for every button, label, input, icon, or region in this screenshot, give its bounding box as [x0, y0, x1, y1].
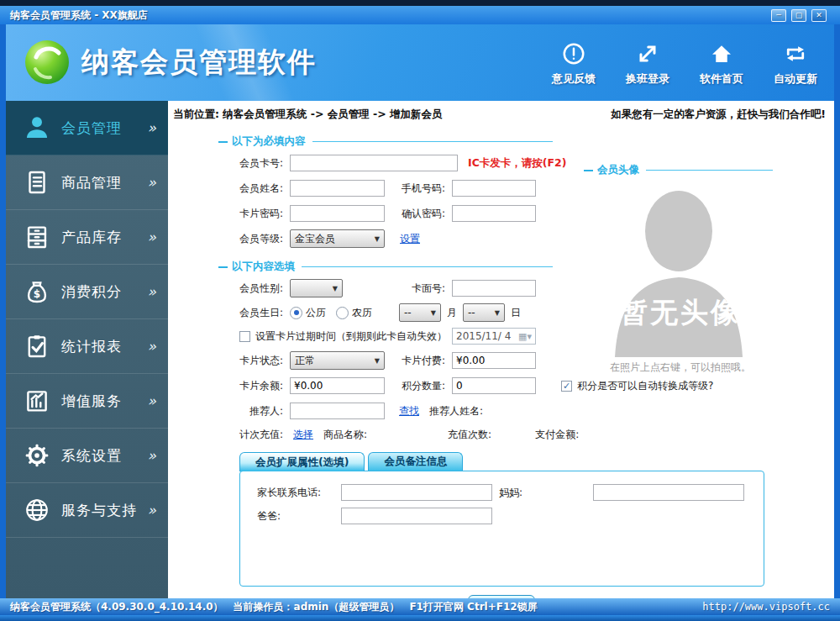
desktop-background-strip	[0, 0, 840, 6]
sidebar-item-label: 消费积分	[61, 282, 148, 302]
balance-input[interactable]	[290, 377, 385, 394]
maximize-button[interactable]: ▢	[791, 9, 806, 22]
feedback-button[interactable]: 意见反馈	[552, 41, 596, 87]
lunar-label: 农历	[352, 306, 372, 320]
sidebar-item-goods-management[interactable]: 商品管理 »	[6, 155, 168, 210]
status-url[interactable]: http://www.vipsoft.cc	[702, 601, 830, 613]
inventory-cabinet-icon	[19, 223, 55, 251]
product-name-label: 商品名称:	[323, 428, 367, 442]
gender-select[interactable]: ▼	[290, 279, 343, 297]
recharge-times-label: 充值次数:	[448, 428, 491, 442]
member-level-label: 会员等级:	[168, 232, 290, 246]
member-name-input[interactable]	[290, 180, 385, 197]
software-home-label: 软件首页	[700, 71, 743, 87]
birthday-label: 会员生日:	[168, 306, 290, 320]
lunar-radio[interactable]	[336, 307, 349, 319]
support-globe-icon	[19, 496, 55, 524]
chevron-right-icon: »	[148, 119, 156, 136]
sync-arrows-icon	[783, 41, 808, 66]
member-name-label: 会员姓名:	[168, 182, 290, 196]
chevron-right-icon: »	[148, 283, 156, 300]
chevron-right-icon: »	[148, 229, 156, 245]
tab-extended-attributes[interactable]: 会员扩展属性(选填)	[239, 452, 365, 471]
father-input[interactable]	[341, 508, 492, 524]
phone-input[interactable]	[452, 180, 536, 197]
solar-radio[interactable]	[290, 307, 302, 319]
chevron-down-icon: ▼	[495, 309, 500, 317]
chevron-down-icon: ▼	[375, 357, 380, 365]
section-dash	[584, 170, 593, 171]
count-recharge-label: 计次充值:	[239, 428, 283, 442]
expire-date-value: 2015/11/ 4	[456, 330, 511, 342]
extended-attributes-panel: 家长联系电话: 妈妈: 爸爸:	[239, 471, 764, 587]
avatar-placeholder[interactable]: 暂无头像	[591, 182, 769, 357]
card-face-input[interactable]	[452, 280, 536, 297]
choose-product-link[interactable]: 选择	[293, 428, 313, 442]
points-auto-checkbox[interactable]	[561, 381, 572, 392]
month-unit-label: 月	[447, 306, 457, 320]
sidebar-item-value-added-services[interactable]: 增值服务 »	[6, 374, 168, 429]
software-home-button[interactable]: 软件首页	[700, 41, 743, 87]
settings-gear-icon	[19, 441, 55, 470]
birth-month-value: --	[404, 307, 412, 318]
father-row: 爸爸:	[257, 505, 764, 527]
avatar-section-title: 会员头像	[597, 163, 639, 177]
card-status-select[interactable]: 正常 ▼	[290, 351, 385, 370]
card-password-input[interactable]	[290, 205, 385, 222]
points-auto-label: 积分是否可以自动转换成等级?	[577, 379, 713, 393]
goods-document-icon	[19, 168, 55, 197]
birth-month-select[interactable]: -- ▼	[399, 303, 441, 322]
card-fee-label: 卡片付费:	[385, 354, 452, 368]
confirm-password-input[interactable]	[452, 205, 536, 222]
chevron-right-icon: »	[148, 502, 156, 518]
day-unit-label: 日	[511, 306, 521, 320]
logo-sphere-icon	[24, 39, 70, 85]
card-status-label: 卡片状态:	[168, 354, 290, 368]
avatar-section-header: 会员头像	[584, 163, 773, 177]
referrer-input[interactable]	[290, 403, 385, 419]
birth-day-select[interactable]: -- ▼	[463, 303, 505, 322]
minimize-button[interactable]: ─	[771, 9, 786, 22]
bottom-tabs: 会员扩展属性(选填) 会员备注信息	[168, 452, 834, 471]
tab-member-notes[interactable]: 会员备注信息	[368, 452, 463, 471]
no-avatar-text: 暂无头像	[620, 294, 741, 332]
section-dash	[218, 266, 228, 268]
mother-input[interactable]	[593, 484, 744, 501]
birth-day-value: --	[468, 307, 475, 318]
shift-login-label: 换班登录	[626, 71, 669, 87]
expire-date-picker[interactable]: 2015/11/ 4 ▦▾	[452, 328, 536, 345]
feedback-label: 意见反馈	[552, 71, 596, 87]
parent-phone-input[interactable]	[341, 484, 492, 501]
expire-checkbox[interactable]	[239, 331, 250, 342]
sidebar-item-label: 产品库存	[61, 228, 148, 247]
avatar-hint: 在照片上点右键，可以拍照哦。	[584, 360, 777, 375]
auto-update-button[interactable]: 自动更新	[774, 41, 817, 87]
shift-login-button[interactable]: 换班登录	[626, 41, 669, 87]
close-button[interactable]: ✕	[811, 9, 827, 22]
level-settings-link[interactable]: 设置	[400, 232, 420, 246]
optional-section-header: 以下内容选填	[218, 260, 553, 274]
sidebar-item-consumption-points[interactable]: $ 消费积分 »	[6, 265, 168, 319]
find-referrer-link[interactable]: 查找	[399, 404, 419, 418]
member-level-select[interactable]: 金宝会员 ▼	[290, 229, 385, 248]
member-person-icon	[19, 113, 55, 142]
app-window: 纳客会员管理系统 - XX旗舰店 ─ ▢ ✕ 纳客会	[0, 0, 840, 621]
card-fee-input[interactable]	[452, 352, 536, 369]
bottom-border-strip	[0, 615, 840, 621]
pay-amount-label: 支付金额:	[535, 428, 579, 442]
sidebar-item-member-management[interactable]: 会员管理 »	[6, 101, 168, 155]
sidebar-item-service-support[interactable]: 服务与支持 »	[6, 483, 168, 538]
sidebar-item-system-settings[interactable]: 系统设置 »	[6, 429, 168, 483]
points-auto-convert: 积分是否可以自动转换成等级?	[561, 379, 713, 393]
main-content: 当前位置: 纳客会员管理系统 -> 会员管理 -> 增加新会员 如果您有一定的客…	[168, 101, 834, 598]
app-header: 纳客会员管理软件 意见反馈 换班登录	[6, 24, 834, 101]
card-status-value: 正常	[295, 354, 315, 368]
sidebar-item-statistics-report[interactable]: 统计报表 »	[6, 319, 168, 374]
parent-phone-label: 家长联系电话:	[257, 486, 341, 500]
sidebar-item-product-inventory[interactable]: 产品库存 »	[6, 210, 168, 265]
points-input[interactable]	[452, 377, 536, 394]
sidebar-item-label: 商品管理	[61, 173, 148, 192]
card-number-input[interactable]	[290, 155, 458, 171]
diagonal-arrows-icon	[635, 41, 660, 66]
section-line	[646, 170, 773, 171]
